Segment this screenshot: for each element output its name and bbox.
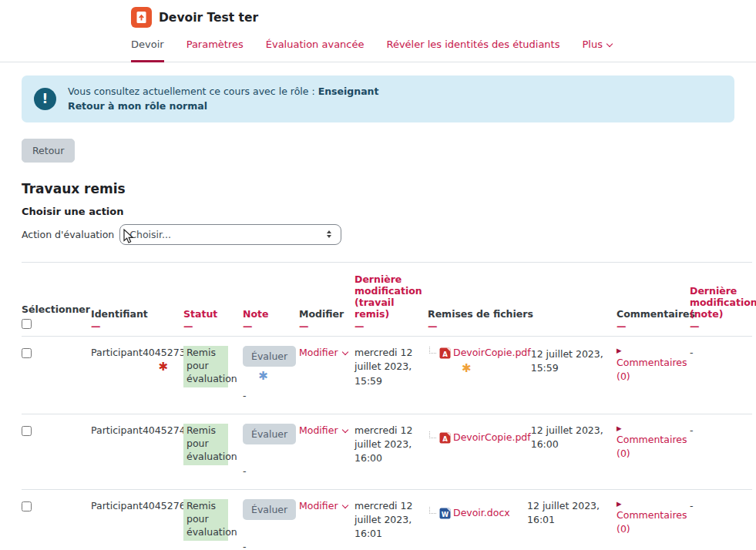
triangle-right-icon: ▶: [617, 499, 684, 508]
participant-id: Participant4045274: [91, 424, 173, 438]
overdue-flag-icon: ✱: [91, 360, 168, 375]
file-time: 12 juillet 2023, 16:00: [531, 424, 614, 451]
triangle-right-icon: ▶: [617, 424, 684, 433]
header-note[interactable]: Note —: [243, 262, 299, 337]
svg-text:A: A: [442, 350, 448, 357]
submission-file-link[interactable]: DevoirCopie.pdf: [453, 346, 531, 360]
comments-count: (0): [617, 448, 630, 459]
edit-menu[interactable]: Modifier: [299, 347, 348, 358]
submission-time: mercredi 12 juillet 2023, 16:00: [354, 414, 428, 489]
grading-action-row: Action d'évaluation Choisir...: [22, 224, 756, 245]
role-banner-text: Vous consultez actuellement ce cours ave…: [68, 84, 378, 114]
submission-time: mercredi 12 juillet 2023, 16:01: [354, 490, 428, 550]
header-select: Sélectionner: [22, 262, 91, 337]
choose-action-label: Choisir une action: [22, 206, 756, 217]
participant-cell: Participant4045276: [91, 490, 183, 550]
file-time: 12 juillet 2023, 16:01: [527, 499, 610, 527]
row-checkbox[interactable]: [22, 501, 32, 511]
grade-flag-icon: ✱: [243, 369, 284, 384]
submission-file-link[interactable]: DevoirCopie.pdf: [453, 431, 531, 444]
grading-action-selected-value: Choisir...: [129, 229, 171, 240]
sort-dash-icon: —: [91, 322, 177, 332]
word-file-icon: W: [439, 508, 451, 519]
grading-action-label: Action d'évaluation: [22, 229, 114, 240]
back-button[interactable]: Retour: [22, 139, 75, 163]
sort-dash-icon: —: [690, 322, 746, 332]
submission-file-link[interactable]: Devoir.docx: [453, 506, 510, 520]
return-to-normal-role-link[interactable]: Retour à mon rôle normal: [68, 99, 378, 113]
header-statut[interactable]: Statut —: [183, 262, 243, 337]
triangle-right-icon: ▶: [617, 346, 684, 355]
grade-time: -: [690, 414, 752, 489]
header-derniere-modification-note[interactable]: Dernière modification (note) —: [690, 262, 752, 337]
pdf-file-icon: A: [439, 432, 451, 444]
note-cell: Évaluer ✱ -: [243, 337, 299, 414]
note-value: -: [243, 389, 293, 403]
comments-cell: ▶ Commentaires (0): [617, 414, 690, 489]
row-checkbox[interactable]: [22, 348, 32, 358]
note-value: -: [243, 464, 293, 478]
header-commentaires: Commentaires —: [617, 262, 690, 337]
select-all-checkbox[interactable]: [22, 319, 32, 329]
tab-plus[interactable]: Plus: [582, 39, 611, 62]
table-header-row: Sélectionner Identifiant — Statut — Note…: [22, 262, 752, 337]
note-value: -: [243, 540, 293, 550]
participant-cell: Participant4045274: [91, 414, 183, 489]
row-checkbox[interactable]: [22, 426, 32, 436]
tab-parametres[interactable]: Paramètres: [186, 39, 244, 62]
table-row: Participant4045273 ✱ Remis pour évaluati…: [22, 337, 752, 414]
sort-dash-icon: —: [183, 322, 237, 332]
comments-toggle[interactable]: ▶ Commentaires (0): [617, 346, 684, 384]
sort-dash-icon: —: [617, 322, 684, 332]
page-title: Devoir Test ter: [159, 11, 258, 25]
comments-cell: ▶ Commentaires (0): [617, 490, 690, 550]
comments-toggle[interactable]: ▶ Commentaires (0): [617, 424, 684, 461]
status-badge: Remis pour évaluation: [183, 346, 228, 387]
tab-devoir[interactable]: Devoir: [131, 39, 164, 62]
submissions-table: Sélectionner Identifiant — Statut — Note…: [22, 262, 752, 550]
header-modifier: Modifier —: [299, 262, 354, 337]
header-remises-fichiers: Remises de fichiers —: [428, 262, 617, 337]
activity-tabs: Devoir Paramètres Évaluation avancée Rév…: [0, 28, 756, 62]
tree-branch-icon: [429, 431, 436, 438]
file-cell: W Devoir.docx 12 juillet 2023, 16:01: [428, 490, 617, 550]
grade-time: -: [690, 337, 752, 414]
grade-button[interactable]: Évaluer: [243, 424, 296, 444]
tree-branch-icon: [429, 507, 436, 514]
participant-cell: Participant4045273 ✱: [91, 337, 183, 414]
comments-cell: ▶ Commentaires (0): [617, 337, 690, 414]
comments-count: (0): [617, 371, 630, 382]
header-derniere-modification-travail[interactable]: Dernière modification (travail remis) —: [354, 262, 428, 337]
exclamation-icon: !: [34, 88, 56, 110]
sort-dash-icon: —: [428, 322, 610, 332]
tree-branch-icon: [429, 347, 436, 354]
chevron-down-icon: [341, 502, 348, 508]
note-cell: Évaluer -: [243, 414, 299, 489]
grade-button[interactable]: Évaluer: [243, 499, 296, 520]
assignment-icon: [131, 7, 152, 28]
file-time: 12 juillet 2023, 15:59: [531, 347, 614, 375]
grading-action-select[interactable]: Choisir...: [119, 224, 341, 245]
chevron-down-icon: [606, 41, 613, 47]
comments-count: (0): [617, 523, 630, 535]
table-row: Participant4045274 Remis pour évaluation…: [22, 414, 752, 489]
role-message: Vous consultez actuellement ce cours ave…: [68, 86, 318, 97]
submission-time: mercredi 12 juillet 2023, 15:59: [354, 337, 428, 414]
status-badge: Remis pour évaluation: [183, 499, 228, 541]
role-banner: ! Vous consultez actuellement ce cours a…: [22, 75, 734, 122]
comments-toggle[interactable]: ▶ Commentaires (0): [617, 499, 684, 537]
edit-menu[interactable]: Modifier: [299, 424, 348, 436]
tab-evaluation-avancee[interactable]: Évaluation avancée: [266, 39, 365, 62]
grade-time: -: [690, 490, 752, 550]
chevron-down-icon: [341, 427, 348, 433]
sort-dash-icon: —: [243, 322, 293, 332]
header-identifiant[interactable]: Identifiant —: [91, 262, 183, 337]
edit-menu[interactable]: Modifier: [299, 500, 348, 511]
grade-button[interactable]: Évaluer: [243, 346, 296, 367]
status-badge: Remis pour évaluation: [183, 424, 228, 465]
select-updown-icon: [327, 230, 331, 238]
tab-reveler-identites[interactable]: Révéler les identités des étudiants: [386, 39, 559, 62]
submissions-title: Travaux remis: [22, 181, 756, 196]
file-cell: A DevoirCopie.pdf ✱ 12 juillet 2023, 15:…: [428, 337, 617, 414]
role-name: Enseignant: [318, 86, 379, 97]
